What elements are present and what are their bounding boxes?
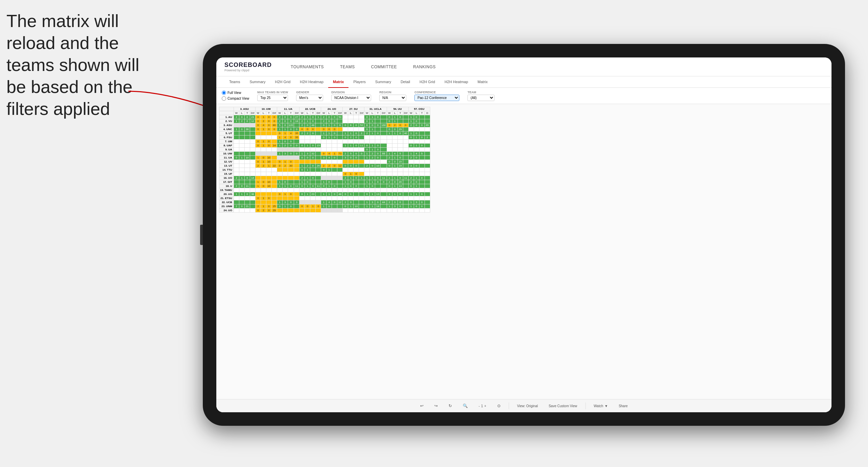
cell-r3-c4-1: 0 <box>327 127 332 131</box>
filter-bar: Full View Compact View Max teams in view… <box>216 88 831 104</box>
cell-r16-c0-1 <box>239 180 244 184</box>
sub-nav-h2h-grid-2[interactable]: H2H Grid <box>415 76 440 88</box>
sub-nav-summary-2[interactable]: Summary <box>370 76 396 88</box>
reset-button[interactable]: ⊙ <box>495 402 503 410</box>
save-custom-button[interactable]: Save Custom View <box>546 403 580 409</box>
conference-select[interactable]: Pac-12 Conference <box>414 95 459 101</box>
cell-r8-c1-0 <box>255 148 261 152</box>
max-teams-select[interactable]: Top 25 <box>257 95 288 101</box>
cell-r9-c6-1: 2 <box>370 152 375 156</box>
cell-r5-c4-2: 0 <box>332 136 337 140</box>
sub-nav-matrix-2[interactable]: Matrix <box>473 76 492 88</box>
cell-r2-c1-1: 4 <box>261 123 266 127</box>
cell-r4-c0-0 <box>234 131 239 136</box>
cell-r17-c6-1: 0 <box>370 184 375 188</box>
cell-r18-c5-2 <box>354 188 359 192</box>
table-row: 17. GIT1010101010101100202020 <box>219 180 430 184</box>
zoom-controls[interactable]: - 1 + <box>476 403 489 409</box>
division-select[interactable]: NCAA Division I <box>331 95 371 101</box>
undo-button[interactable]: ↩ <box>417 402 426 410</box>
cell-r15-c1-3 <box>271 176 277 180</box>
cell-r15-c2-3 <box>294 176 299 180</box>
cell-r6-c7-0 <box>387 140 392 144</box>
refresh-button[interactable]: ↻ <box>446 402 455 410</box>
cell-r20-c6-0 <box>364 196 370 200</box>
sub-dif-ua: Dif <box>294 111 299 115</box>
division-filter: Division NCAA Division I <box>331 91 371 101</box>
compact-view-input[interactable] <box>222 96 226 101</box>
team-select[interactable]: (All) <box>467 95 495 101</box>
sub-nav-detail[interactable]: Detail <box>396 76 415 88</box>
cell-r21-c3-1 <box>305 200 310 204</box>
sub-nav-matrix-1[interactable]: Matrix <box>328 76 348 88</box>
cell-r18-c3-3 <box>316 188 321 192</box>
share-button[interactable]: Share <box>616 403 630 409</box>
nav-teams[interactable]: TEAMS <box>337 63 358 71</box>
sub-nav-h2h-grid-1[interactable]: H2H Grid <box>270 76 295 88</box>
cell-r18-c1-0 <box>255 188 261 192</box>
sub-nav-teams[interactable]: Teams <box>224 76 245 88</box>
sub-nav-h2h-heatmap-2[interactable]: H2H Heatmap <box>440 76 473 88</box>
cell-r15-c7-2: 0 <box>397 176 403 180</box>
cell-r16-c7-2: 20 <box>397 180 403 184</box>
cell-r16-c3-2 <box>310 180 316 184</box>
watch-button[interactable]: Watch ▼ <box>591 403 611 409</box>
sub-nav-summary-1[interactable]: Summary <box>245 76 270 88</box>
region-select[interactable]: N/A <box>379 95 406 101</box>
redo-icon: ↪ <box>434 403 438 408</box>
redo-button[interactable]: ↪ <box>432 402 440 410</box>
sub-nav-players[interactable]: Players <box>348 76 370 88</box>
cell-r15-c3-1: 1 <box>305 176 310 180</box>
table-row: 8. UAF0101412000101511011010010 <box>219 144 430 148</box>
compact-view-radio[interactable]: Compact View <box>222 96 249 101</box>
cell-r7-c6-3 <box>381 144 387 148</box>
cell-r3-c7-2: 29 <box>397 127 403 131</box>
tablet-side-button <box>200 225 203 245</box>
gender-select[interactable]: Men's <box>296 95 323 101</box>
cell-r21-c4-3: 12 <box>337 200 343 204</box>
cell-r19-c7-2: 0 <box>397 192 403 196</box>
zoom-out-button[interactable]: 🔍 <box>460 402 471 410</box>
cell-r22-c8-2: 0 <box>419 204 425 208</box>
cell-r3-c5-3 <box>359 127 364 131</box>
gender-label: Gender <box>296 91 323 94</box>
row-header-13: 14. TTU <box>219 168 234 172</box>
cell-r13-c2-3 <box>294 168 299 172</box>
nav-tournaments[interactable]: TOURNAMENTS <box>288 63 327 71</box>
cell-r18-c6-2 <box>375 188 381 192</box>
cell-r9-c5-1: 5 <box>348 152 354 156</box>
cell-r9-c5-2: 0 <box>354 152 359 156</box>
cell-r16-c2-2 <box>288 180 294 184</box>
cell-r11-c1-0: 0 <box>255 160 261 164</box>
row-header-17: 18. U <box>219 184 234 188</box>
row-header-21: 22. UCB <box>219 200 234 204</box>
cell-r19-c6-0: 0 <box>364 192 370 196</box>
full-view-input[interactable] <box>222 91 226 95</box>
cell-r22-c3-0: 0 <box>299 204 305 208</box>
row-header-10: 11. UA <box>219 156 234 160</box>
cell-r8-c5-3 <box>359 148 364 152</box>
col-header-asu: 3. ASU <box>234 107 255 111</box>
cell-r9-c8-0: 1 <box>408 152 414 156</box>
max-teams-filter: Max teams in view Top 25 <box>257 91 288 101</box>
cell-r6-c2-1: 0 <box>282 140 288 144</box>
cell-r13-c0-0 <box>234 168 239 172</box>
sub-nav-h2h-heatmap-1[interactable]: H2H Heatmap <box>295 76 328 88</box>
matrix-container[interactable]: 3. ASU 10. UW 11. UA 22. UCB 24. UO 27. … <box>216 104 831 399</box>
cell-r13-c1-2 <box>266 168 271 172</box>
cell-r0-c8-1: 0 <box>414 115 419 119</box>
cell-r1-c6-3 <box>381 119 387 123</box>
cell-r13-c1-3 <box>271 168 277 172</box>
cell-r16-c5-3 <box>359 180 364 184</box>
nav-rankings[interactable]: RANKINGS <box>410 63 438 71</box>
cell-r8-c7-3 <box>403 148 408 152</box>
cell-r3-c6-1: 1 <box>370 127 375 131</box>
view-original-button[interactable]: View: Original <box>514 403 541 409</box>
cell-r19-c4-3: 48 <box>337 192 343 196</box>
full-view-radio[interactable]: Full View <box>222 91 249 95</box>
cell-r17-c4-3 <box>337 184 343 188</box>
cell-r19-c1-1 <box>261 192 266 196</box>
cell-r21-c8-1: 3 <box>414 200 419 204</box>
cell-r3-c2-1: 1 <box>282 127 288 131</box>
nav-committee[interactable]: COMMITTEE <box>368 63 400 71</box>
